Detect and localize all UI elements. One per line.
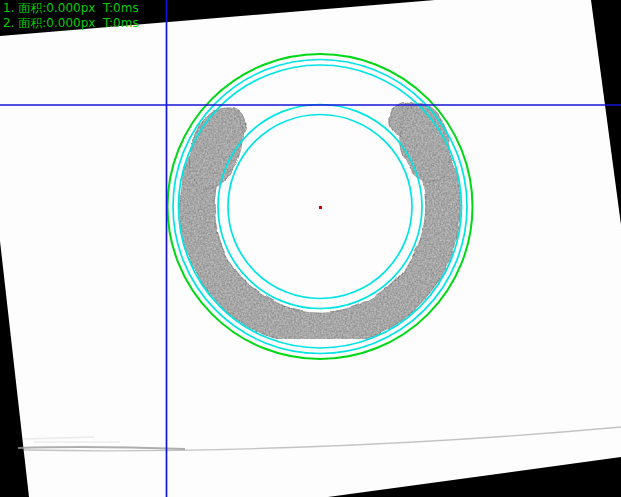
center-marker-dot [319, 206, 322, 209]
vision-canvas[interactable]: 1. 面积:0.000px T:0ms 2. 面积:0.000px T:0ms [0, 0, 621, 497]
image-area [0, 0, 621, 497]
camera-frame-graphics [0, 0, 621, 497]
